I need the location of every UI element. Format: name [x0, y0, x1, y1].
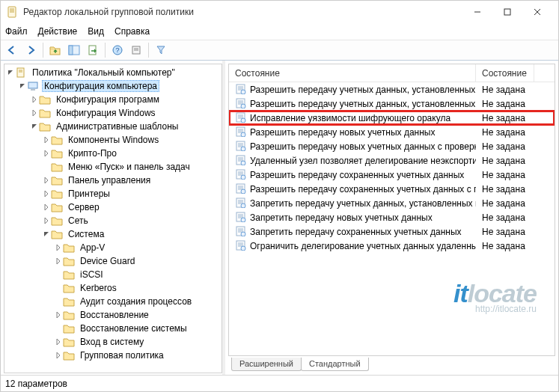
expander-icon[interactable] [54, 281, 63, 295]
folder-icon [63, 336, 75, 348]
tree-item-label: iSCSI [78, 269, 106, 281]
tree-item[interactable]: Конфигурация Windows [6, 106, 222, 120]
tree-item[interactable]: Kerberos [6, 281, 222, 295]
setting-icon [235, 98, 247, 110]
tree-item[interactable]: Система [6, 227, 222, 241]
splitter[interactable] [222, 61, 225, 375]
expander-icon[interactable] [54, 241, 63, 254]
list-row[interactable]: Разрешить передачу новых учетных данных … [229, 125, 555, 139]
expander-icon[interactable] [42, 133, 51, 147]
tab-standard[interactable]: Стандартный [301, 358, 369, 371]
properties-button[interactable] [128, 42, 144, 58]
menu-action[interactable]: Действие [38, 26, 78, 37]
list-row[interactable]: Разрешить передачу сохраненных учетных д… [229, 182, 555, 196]
tree-item[interactable]: Восстановление системы [6, 322, 222, 335]
back-button[interactable] [4, 42, 20, 58]
status-bar: 12 параметров [1, 375, 558, 391]
list-item-state: Не задана [476, 125, 534, 139]
expander-icon[interactable] [18, 79, 27, 93]
list-row[interactable]: Разрешить передачу учетных данных, устан… [229, 97, 555, 111]
tree-item[interactable]: Сервер [6, 200, 222, 214]
svg-point-46 [241, 147, 245, 151]
tab-extended[interactable]: Расширенный [231, 358, 302, 371]
menu-help[interactable]: Справка [114, 26, 150, 37]
expander-icon[interactable] [54, 254, 63, 268]
svg-point-56 [241, 175, 245, 180]
list-pane: Состояние Состояние Разрешить передачу у… [228, 64, 555, 356]
export-list-button[interactable] [85, 42, 101, 58]
menu-view[interactable]: Вид [88, 26, 104, 37]
list-row[interactable]: Запретить передачу новых учетных данных … [229, 210, 555, 224]
expander-icon[interactable] [30, 120, 39, 133]
expander-icon[interactable] [6, 66, 15, 79]
expander-icon[interactable] [54, 308, 63, 322]
tree-root[interactable]: Политика "Локальный компьютер" [6, 66, 222, 79]
title-bar: Редактор локальной групповой политики [1, 1, 558, 23]
setting-icon [235, 112, 247, 124]
list-row[interactable]: Разрешить передачу сохраненных учетных д… [229, 168, 555, 182]
list-row[interactable]: Исправление уязвимости шифрующего оракул… [229, 111, 555, 125]
tree-item[interactable]: Принтеры [6, 187, 222, 200]
expander-icon[interactable] [54, 268, 63, 281]
up-folder-button[interactable] [47, 42, 64, 58]
tree-item-label: Крипто-Про [66, 147, 119, 159]
column-header-state[interactable]: Состояние [229, 64, 476, 82]
column-header-state-2[interactable]: Состояние [476, 64, 534, 82]
svg-rect-10 [69, 46, 73, 55]
forward-button[interactable] [22, 42, 39, 58]
tree-item[interactable]: Административные шаблоны [6, 120, 222, 133]
expander-icon[interactable] [54, 335, 63, 349]
tree-item[interactable]: App-V [6, 241, 222, 254]
setting-icon [235, 183, 247, 195]
setting-icon [235, 226, 247, 238]
tree-item-label: Политика "Локальный компьютер" [30, 67, 177, 79]
list-row[interactable]: Разрешить передачу учетных данных, устан… [229, 82, 555, 97]
expander-icon[interactable] [30, 106, 39, 120]
expander-icon[interactable] [42, 200, 51, 214]
svg-point-61 [241, 189, 245, 194]
tree-item[interactable]: Сеть [6, 214, 222, 227]
expander-icon[interactable] [42, 147, 51, 160]
filter-button[interactable] [153, 42, 169, 58]
minimize-button[interactable] [462, 1, 492, 22]
tree-item[interactable]: Групповая политика [6, 349, 222, 362]
tree-item[interactable]: Вход в систему [6, 335, 222, 349]
tree-item[interactable]: Восстановление [6, 308, 222, 322]
list-item-state: Не задана [476, 182, 534, 196]
expander-icon[interactable] [54, 349, 63, 362]
list-row[interactable]: Ограничить делегирование учетных данных … [229, 239, 555, 253]
show-hide-console-tree-button[interactable] [66, 42, 82, 58]
tree-item[interactable]: Компоненты Windows [6, 133, 222, 147]
expander-icon[interactable] [30, 93, 39, 106]
menu-file[interactable]: Файл [5, 26, 28, 37]
list-row[interactable]: Удаленный узел позволяет делегирование н… [229, 153, 555, 168]
expander-icon[interactable] [42, 227, 51, 241]
expander-icon[interactable] [42, 187, 51, 200]
folder-icon [63, 269, 75, 281]
setting-icon [235, 141, 247, 153]
list-item-state: Не задана [476, 224, 534, 239]
tree-item[interactable]: Меню «Пуск» и панель задач [6, 160, 222, 174]
list-item-state: Не задана [476, 111, 534, 125]
tree-item[interactable]: Аудит создания процессов [6, 295, 222, 308]
toolbar: ? [1, 40, 558, 61]
expander-icon[interactable] [54, 295, 63, 308]
expander-icon[interactable] [42, 160, 51, 174]
tree-item[interactable]: Крипто-Про [6, 147, 222, 160]
tree-item[interactable]: Конфигурация компьютера [6, 79, 222, 93]
tree-item[interactable]: iSCSI [6, 268, 222, 281]
expander-icon[interactable] [42, 214, 51, 227]
svg-point-76 [241, 232, 245, 236]
tree-item[interactable]: Панель управления [6, 174, 222, 187]
setting-icon [235, 240, 247, 252]
expander-icon[interactable] [42, 174, 51, 187]
list-row[interactable]: Запретить передачу учетных данных, устан… [229, 196, 555, 210]
maximize-button[interactable] [492, 1, 522, 22]
expander-icon[interactable] [54, 322, 63, 335]
tree-item[interactable]: Device Guard [6, 254, 222, 268]
close-button[interactable] [522, 1, 552, 22]
tree-item[interactable]: Конфигурация программ [6, 93, 222, 106]
help-button[interactable]: ? [109, 42, 126, 58]
list-row[interactable]: Разрешить передачу новых учетных данных … [229, 139, 555, 153]
list-row[interactable]: Запретить передачу сохраненных учетных д… [229, 224, 555, 239]
